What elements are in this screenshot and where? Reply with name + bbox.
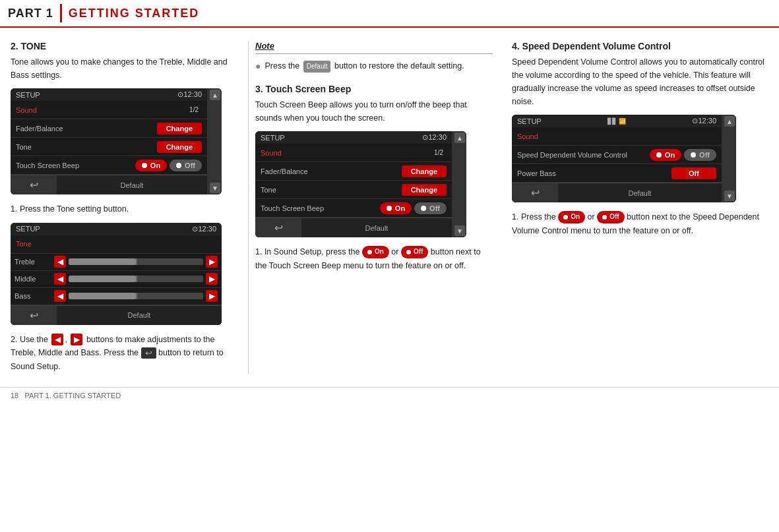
scroll-up-spd[interactable]: ▲ xyxy=(724,116,735,127)
power-bass-off-btn[interactable]: Off xyxy=(671,167,716,179)
off-label-spd: Off xyxy=(699,151,710,159)
back-btn-spd[interactable]: ↩ xyxy=(512,183,558,202)
spd-on-label: On xyxy=(571,212,580,223)
power-bass-row: Power Bass Off xyxy=(512,164,722,183)
speed-step1: 1. Press the On or Off button next to th… xyxy=(512,210,768,237)
middle-row: Middle ◀ ▶ xyxy=(11,271,222,288)
default-btn-ts[interactable]: Default xyxy=(301,218,452,237)
page-title: GETTING STARTED xyxy=(69,7,200,20)
middle-tick xyxy=(136,276,137,282)
ts-step1b: or xyxy=(391,247,398,256)
bass-right-arrow[interactable]: ▶ xyxy=(206,290,218,302)
treble-slider[interactable] xyxy=(69,258,203,265)
on-btn-ts[interactable]: On xyxy=(380,202,412,214)
touchscreen-title: 3. Touch Screen Beep xyxy=(255,84,492,94)
tone-change-btn-1[interactable]: Change xyxy=(157,141,202,153)
touchscreen-setup-box: SETUP ⊙12:30 Sound 1/2 Fader/Balance Cha… xyxy=(255,131,466,237)
off-label-1: Off xyxy=(185,162,195,169)
touchscreen-label-1: Touch Screen Beep xyxy=(16,162,135,169)
back-btn-1[interactable]: ↩ xyxy=(11,175,57,194)
speed-setup-box: SETUP ▊▊ 📶 ⊙12:30 Sound Speed Dependent … xyxy=(512,115,736,202)
setup-body-2: Tone Treble ◀ ▶ Middle ◀ xyxy=(11,235,222,305)
tone-heading-label: Tone xyxy=(16,240,216,248)
spd-inline-on: On xyxy=(558,211,585,223)
spd-off-label: Off xyxy=(609,212,619,223)
setup-body-ts: Sound 1/2 Fader/Balance Change Tone Chan… xyxy=(255,144,452,218)
scroll-down-ts[interactable]: ▼ xyxy=(454,225,465,236)
touchscreen-row-ts: Touch Screen Beep On Off xyxy=(255,199,452,218)
middle-slider[interactable] xyxy=(69,276,203,282)
back-btn-ts[interactable]: ↩ xyxy=(255,218,301,237)
on-btn-spd[interactable]: On xyxy=(650,149,681,161)
step2-back-ref[interactable]: ↩ xyxy=(141,347,156,359)
note-text: Press the Default button to restore the … xyxy=(265,59,464,73)
treble-tick xyxy=(136,258,137,265)
setup-header-spd: SETUP ▊▊ 📶 ⊙12:30 xyxy=(512,115,722,127)
step2-right-btn[interactable]: ▶ xyxy=(71,334,82,345)
scroll-down-spd[interactable]: ▼ xyxy=(724,191,735,201)
col-middle: Note ● Press the Default button to resto… xyxy=(248,41,499,374)
default-btn-1[interactable]: Default xyxy=(57,175,207,194)
fader-label-ts: Fader/Balance xyxy=(261,167,402,175)
tone-step1: 1. Press the Tone setting button. xyxy=(11,202,235,216)
page-indicator-1: 1/2 xyxy=(186,105,202,115)
middle-label: Middle xyxy=(15,275,54,283)
treble-right-arrow[interactable]: ▶ xyxy=(206,256,218,268)
tone-row-ts: Tone Change xyxy=(255,181,452,199)
setup-label-spd: SETUP xyxy=(517,117,542,125)
middle-left-arrow[interactable]: ◀ xyxy=(54,273,66,285)
scroll-up-1[interactable]: ▲ xyxy=(210,90,220,100)
bass-left-arrow[interactable]: ◀ xyxy=(54,290,66,302)
fader-change-btn-1[interactable]: Change xyxy=(157,123,202,134)
status-icons-spd: ▊▊ 📶 xyxy=(608,118,626,125)
step2-left-btn[interactable]: ◀ xyxy=(51,334,63,345)
setup-time-1: ⊙12:30 xyxy=(177,90,202,99)
setup-footer-spd: ↩ Default xyxy=(512,183,722,202)
default-btn-2[interactable]: Default xyxy=(57,306,222,325)
on-label-spd: On xyxy=(665,151,675,159)
bass-label: Bass xyxy=(15,292,54,300)
power-bass-label: Power Bass xyxy=(517,169,671,177)
touchscreen-description: Touch Screen Beep allows you to turn on/… xyxy=(255,98,492,125)
treble-label: Treble xyxy=(15,258,54,266)
middle-fill xyxy=(69,276,136,282)
off-dot-spd xyxy=(691,152,696,158)
sound-row-ts: Sound 1/2 xyxy=(255,144,452,162)
toggle-group-spd: On Off xyxy=(650,149,716,161)
page-header: PART 1 GETTING STARTED xyxy=(0,0,779,28)
bass-slider[interactable] xyxy=(69,293,203,299)
part-label: PART 1 xyxy=(8,7,60,20)
scroll-up-ts[interactable]: ▲ xyxy=(454,133,465,143)
tone-heading-row: Tone xyxy=(11,235,222,254)
default-badge: Default xyxy=(303,61,331,73)
off-btn-1[interactable]: Off xyxy=(170,160,202,171)
fader-change-btn-ts[interactable]: Change xyxy=(402,165,447,177)
header-divider xyxy=(60,4,62,22)
tone-row-1: Tone Change xyxy=(11,138,207,156)
main-content: 2. TONE Tone allows you to make changes … xyxy=(0,28,779,380)
middle-right-arrow[interactable]: ▶ xyxy=(206,273,218,285)
setup-with-scroll-spd: SETUP ▊▊ 📶 ⊙12:30 Sound Speed Dependent … xyxy=(512,115,736,202)
treble-fill xyxy=(69,258,136,265)
scroll-arrows-1: ▲ ▼ xyxy=(207,88,222,194)
treble-left-arrow[interactable]: ◀ xyxy=(54,256,66,268)
off-btn-ts[interactable]: Off xyxy=(414,202,447,214)
tone-change-btn-ts[interactable]: Change xyxy=(402,184,447,196)
setup-time-spd: ⊙12:30 xyxy=(692,117,716,125)
sound-label-ts: Sound xyxy=(261,149,431,157)
tone-title: 2. TONE xyxy=(11,41,235,51)
back-btn-2[interactable]: ↩ xyxy=(11,306,57,325)
fader-row-ts: Fader/Balance Change xyxy=(255,162,452,181)
scroll-down-1[interactable]: ▼ xyxy=(210,183,220,193)
note-line xyxy=(255,53,492,54)
setup-body-1: Sound 1/2 Fader/Balance Change Tone Chan… xyxy=(11,101,207,175)
col-tone: 2. TONE Tone allows you to make changes … xyxy=(11,41,248,374)
setup-label-1: SETUP xyxy=(16,91,40,99)
scroll-arrows-ts: ▲ ▼ xyxy=(452,131,466,237)
on-btn-1[interactable]: On xyxy=(135,160,167,171)
default-btn-spd[interactable]: Default xyxy=(558,183,722,202)
tone-step2: 2. Use the ◀, ▶ buttons to make adjustme… xyxy=(11,333,235,374)
off-btn-spd[interactable]: Off xyxy=(684,149,716,161)
ts-inline-on: On xyxy=(362,246,389,258)
tone-row-label-ts: Tone xyxy=(261,186,402,194)
